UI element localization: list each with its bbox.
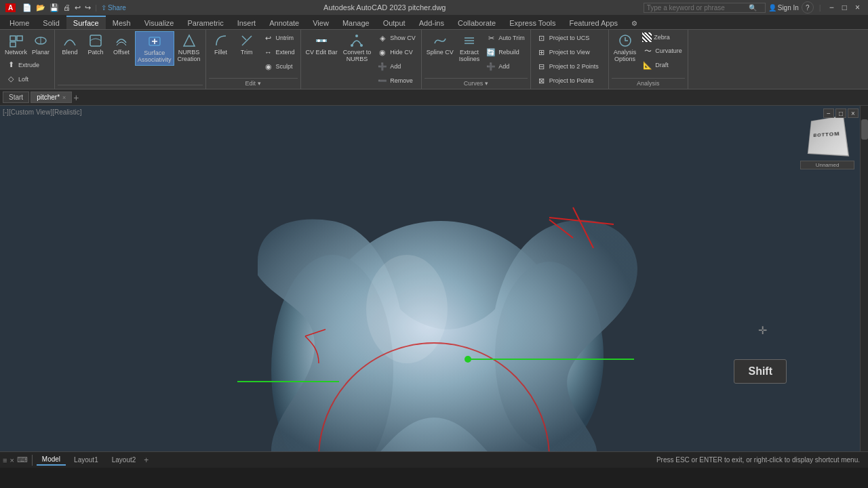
help-button[interactable]: ? [802, 1, 814, 14]
offset-icon [113, 33, 130, 49]
tab-mesh[interactable]: Mesh [106, 17, 138, 29]
patch-icon [87, 33, 104, 49]
viewcube-face-label: BOTTOM [813, 130, 840, 138]
search-input[interactable] [647, 4, 749, 12]
project-to-view-button[interactable]: ⊞ Project to View [534, 45, 606, 59]
zebra-button[interactable]: Zebra [639, 31, 685, 43]
signin-button[interactable]: 👤 Sign In [768, 4, 799, 12]
sb-settings-icon[interactable]: ≡ [3, 456, 7, 464]
spline-cv-icon [432, 33, 448, 49]
extrude-button[interactable]: ⬆ Extrude [3, 58, 42, 72]
tab-surface[interactable]: Surface [66, 16, 106, 29]
draft-button[interactable]: 📐 Draft [639, 58, 685, 72]
viewport-scrollbar[interactable] [860, 106, 868, 451]
show-cv-button[interactable]: ◈ Show CV [374, 31, 418, 45]
add-curve-button[interactable]: ➕ Add [483, 60, 528, 73]
remove-cv-button[interactable]: ➖ Remove [374, 74, 418, 87]
tab-start[interactable]: Start [3, 92, 29, 103]
scroll-thumb[interactable] [861, 119, 868, 140]
vp-minimize-button[interactable]: − [823, 108, 834, 118]
tab-collaborate[interactable]: Collaborate [451, 17, 502, 29]
tab-output[interactable]: Output [376, 17, 412, 29]
untrim-button[interactable]: ↩ Untrim [260, 31, 298, 45]
layout1-tab[interactable]: Layout1 [68, 455, 104, 465]
qat-undo[interactable]: ↩ [75, 3, 81, 12]
trim-button[interactable]: Trim [235, 31, 259, 58]
ribbon-group-surface-create: Network Planar ⬆ Extrude ◇ Loft ↻ Swee [0, 30, 55, 89]
add-layout-button[interactable]: + [144, 455, 149, 465]
pan-cursor: ✛ [758, 324, 767, 337]
shift-key-tooltip: Shift [734, 359, 787, 384]
extract-isolines-button[interactable]: ExtractIsolines [457, 31, 482, 64]
nurbs-creation-button[interactable]: NURBSCreation [176, 31, 203, 64]
convert-to-nurbs-button[interactable]: Convert toNURBS [341, 31, 374, 64]
model-tab[interactable]: Model [37, 454, 66, 466]
surface-associativity-button[interactable]: SurfaceAssociativity [135, 31, 174, 66]
rebuild-button[interactable]: 🔄 Rebuild [483, 45, 528, 59]
vp-close-button[interactable]: × [848, 108, 859, 118]
viewport[interactable]: [-][Custom View][Realistic] − □ × [0, 106, 868, 451]
tab-insert[interactable]: Insert [231, 17, 263, 29]
add-cv-button[interactable]: ➕ Add [374, 60, 418, 73]
maximize-button[interactable]: □ [840, 3, 850, 12]
qat-new[interactable]: 📄 [22, 3, 32, 12]
blend-button[interactable]: Blend [58, 31, 82, 58]
network-button[interactable]: Network [3, 31, 29, 58]
viewcube[interactable]: BOTTOM Unnamed [800, 113, 854, 167]
tab-manage[interactable]: Manage [336, 17, 376, 29]
sculpt-button[interactable]: ◉ Sculpt [260, 60, 298, 73]
qat-redo[interactable]: ↪ [85, 3, 91, 12]
tab-featured[interactable]: Featured Apps [563, 17, 625, 29]
tab-addins[interactable]: Add-ins [412, 17, 451, 29]
tab-parametric[interactable]: Parametric [180, 17, 230, 29]
qat-save[interactable]: 💾 [50, 3, 59, 12]
project-to-ucs-button[interactable]: ⊡ Project to UCS [534, 31, 606, 45]
tab-home[interactable]: Home [3, 17, 36, 29]
project-to-points-button[interactable]: ⊠ Project to Points [534, 74, 606, 87]
planar-button[interactable]: Planar [30, 31, 52, 58]
viewcube-box[interactable]: BOTTOM [808, 115, 849, 157]
search-icon: 🔍 [749, 4, 757, 12]
layout2-tab[interactable]: Layout2 [106, 455, 142, 465]
draft-icon: 📐 [642, 60, 653, 70]
tab-view[interactable]: View [306, 17, 336, 29]
svg-point-23 [366, 255, 448, 363]
close-tab-icon[interactable]: × [62, 94, 66, 101]
svg-point-14 [355, 35, 358, 37]
hide-cv-button[interactable]: ◉ Hide CV [374, 45, 418, 59]
qat-open[interactable]: 📂 [36, 3, 45, 12]
fillet-button[interactable]: Fillet [209, 31, 233, 58]
analysis-options-button[interactable]: AnalysisOptions [612, 31, 639, 64]
vp-maximize-button[interactable]: □ [835, 108, 846, 118]
auto-trim-button[interactable]: ✂ Auto Trim [483, 31, 528, 45]
fillet-icon [213, 33, 229, 49]
tab-annotate[interactable]: Annotate [262, 17, 306, 29]
share-button[interactable]: ⇪ Share [101, 4, 126, 12]
qat-plot[interactable]: 🖨 [63, 3, 71, 12]
close-button[interactable]: × [852, 3, 863, 12]
minimize-button[interactable]: − [827, 3, 837, 12]
spline-cv-button[interactable]: Spline CV [425, 31, 456, 58]
auto-trim-icon: ✂ [486, 33, 496, 43]
tab-custom[interactable]: ⚙ [625, 18, 644, 29]
group-curves-label: Curves ▾ [425, 78, 528, 87]
extend-button[interactable]: ↔ Extend [260, 45, 298, 59]
titlebar: A 📄 📂 💾 🖨 ↩ ↪ | ⇪ Share Autodesk AutoCAD… [0, 0, 868, 15]
analysis-options-icon [617, 33, 633, 49]
add-curve-icon: ➕ [486, 61, 496, 72]
cv-edit-bar-button[interactable]: CV Edit Bar [304, 31, 340, 58]
curvature-button[interactable]: 〜 Curvature [639, 44, 685, 58]
loft-button[interactable]: ◇ Loft [3, 73, 31, 86]
project-to-2points-button[interactable]: ⊟ Project to 2 Points [534, 60, 606, 73]
sb-close-icon[interactable]: × [9, 456, 14, 464]
sb-command-icon[interactable]: ⌨ [17, 455, 28, 464]
add-tab-button[interactable]: + [73, 92, 79, 103]
tab-solid[interactable]: Solid [36, 17, 66, 29]
tab-start-label: Start [9, 94, 23, 101]
tab-express[interactable]: Express Tools [502, 17, 562, 29]
offset-button[interactable]: Offset [109, 31, 134, 58]
tab-visualize[interactable]: Visualize [138, 17, 181, 29]
tab-pitcher[interactable]: pitcher* × [31, 92, 72, 103]
patch-button[interactable]: Patch [83, 31, 108, 58]
search-box[interactable]: 🔍 [644, 3, 766, 13]
